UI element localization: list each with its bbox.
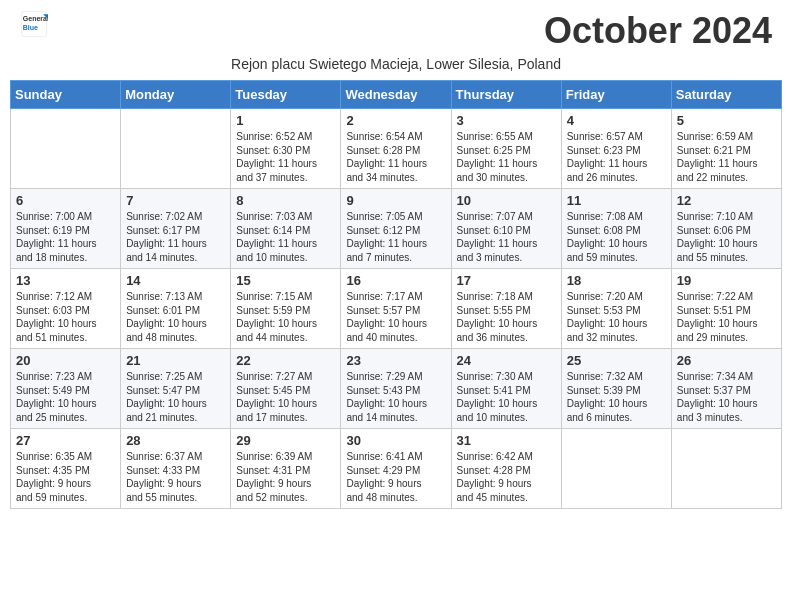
day-info: Sunrise: 7:13 AM Sunset: 6:01 PM Dayligh… (126, 290, 225, 344)
calendar-cell: 16Sunrise: 7:17 AM Sunset: 5:57 PM Dayli… (341, 269, 451, 349)
svg-text:General: General (23, 15, 48, 22)
day-number: 7 (126, 193, 225, 208)
day-info: Sunrise: 6:57 AM Sunset: 6:23 PM Dayligh… (567, 130, 666, 184)
week-row-4: 20Sunrise: 7:23 AM Sunset: 5:49 PM Dayli… (11, 349, 782, 429)
weekday-header-row: SundayMondayTuesdayWednesdayThursdayFrid… (11, 81, 782, 109)
day-number: 26 (677, 353, 776, 368)
header-right: October 2024 (544, 10, 772, 52)
calendar-cell: 21Sunrise: 7:25 AM Sunset: 5:47 PM Dayli… (121, 349, 231, 429)
day-number: 24 (457, 353, 556, 368)
day-info: Sunrise: 6:55 AM Sunset: 6:25 PM Dayligh… (457, 130, 556, 184)
day-number: 23 (346, 353, 445, 368)
calendar-cell: 26Sunrise: 7:34 AM Sunset: 5:37 PM Dayli… (671, 349, 781, 429)
calendar-cell (11, 109, 121, 189)
calendar-cell: 1Sunrise: 6:52 AM Sunset: 6:30 PM Daylig… (231, 109, 341, 189)
day-number: 28 (126, 433, 225, 448)
day-info: Sunrise: 7:00 AM Sunset: 6:19 PM Dayligh… (16, 210, 115, 264)
day-number: 25 (567, 353, 666, 368)
day-info: Sunrise: 6:39 AM Sunset: 4:31 PM Dayligh… (236, 450, 335, 504)
calendar-cell: 2Sunrise: 6:54 AM Sunset: 6:28 PM Daylig… (341, 109, 451, 189)
day-number: 19 (677, 273, 776, 288)
week-row-2: 6Sunrise: 7:00 AM Sunset: 6:19 PM Daylig… (11, 189, 782, 269)
week-row-5: 27Sunrise: 6:35 AM Sunset: 4:35 PM Dayli… (11, 429, 782, 509)
day-info: Sunrise: 7:07 AM Sunset: 6:10 PM Dayligh… (457, 210, 556, 264)
day-info: Sunrise: 6:54 AM Sunset: 6:28 PM Dayligh… (346, 130, 445, 184)
weekday-header-wednesday: Wednesday (341, 81, 451, 109)
day-number: 29 (236, 433, 335, 448)
calendar-cell: 13Sunrise: 7:12 AM Sunset: 6:03 PM Dayli… (11, 269, 121, 349)
day-info: Sunrise: 7:22 AM Sunset: 5:51 PM Dayligh… (677, 290, 776, 344)
day-number: 15 (236, 273, 335, 288)
day-number: 5 (677, 113, 776, 128)
calendar-cell: 10Sunrise: 7:07 AM Sunset: 6:10 PM Dayli… (451, 189, 561, 269)
day-info: Sunrise: 7:23 AM Sunset: 5:49 PM Dayligh… (16, 370, 115, 424)
day-info: Sunrise: 7:10 AM Sunset: 6:06 PM Dayligh… (677, 210, 776, 264)
calendar-cell: 17Sunrise: 7:18 AM Sunset: 5:55 PM Dayli… (451, 269, 561, 349)
day-number: 10 (457, 193, 556, 208)
day-info: Sunrise: 6:42 AM Sunset: 4:28 PM Dayligh… (457, 450, 556, 504)
calendar-cell: 3Sunrise: 6:55 AM Sunset: 6:25 PM Daylig… (451, 109, 561, 189)
day-info: Sunrise: 7:02 AM Sunset: 6:17 PM Dayligh… (126, 210, 225, 264)
month-title: October 2024 (544, 10, 772, 52)
day-number: 30 (346, 433, 445, 448)
day-number: 20 (16, 353, 115, 368)
subtitle: Rejon placu Swietego Macieja, Lower Sile… (0, 56, 792, 80)
calendar-cell: 19Sunrise: 7:22 AM Sunset: 5:51 PM Dayli… (671, 269, 781, 349)
calendar-container: SundayMondayTuesdayWednesdayThursdayFrid… (0, 80, 792, 519)
day-number: 31 (457, 433, 556, 448)
day-info: Sunrise: 7:29 AM Sunset: 5:43 PM Dayligh… (346, 370, 445, 424)
day-number: 22 (236, 353, 335, 368)
day-number: 13 (16, 273, 115, 288)
day-number: 6 (16, 193, 115, 208)
calendar-cell (671, 429, 781, 509)
day-info: Sunrise: 7:30 AM Sunset: 5:41 PM Dayligh… (457, 370, 556, 424)
day-number: 9 (346, 193, 445, 208)
calendar-cell (561, 429, 671, 509)
weekday-header-friday: Friday (561, 81, 671, 109)
day-info: Sunrise: 7:05 AM Sunset: 6:12 PM Dayligh… (346, 210, 445, 264)
calendar-cell: 5Sunrise: 6:59 AM Sunset: 6:21 PM Daylig… (671, 109, 781, 189)
weekday-header-sunday: Sunday (11, 81, 121, 109)
week-row-1: 1Sunrise: 6:52 AM Sunset: 6:30 PM Daylig… (11, 109, 782, 189)
weekday-header-monday: Monday (121, 81, 231, 109)
week-row-3: 13Sunrise: 7:12 AM Sunset: 6:03 PM Dayli… (11, 269, 782, 349)
day-number: 27 (16, 433, 115, 448)
weekday-header-thursday: Thursday (451, 81, 561, 109)
calendar-cell: 22Sunrise: 7:27 AM Sunset: 5:45 PM Dayli… (231, 349, 341, 429)
logo-icon: General Blue (20, 10, 48, 38)
calendar-cell (121, 109, 231, 189)
calendar-cell: 23Sunrise: 7:29 AM Sunset: 5:43 PM Dayli… (341, 349, 451, 429)
calendar-cell: 24Sunrise: 7:30 AM Sunset: 5:41 PM Dayli… (451, 349, 561, 429)
calendar-cell: 4Sunrise: 6:57 AM Sunset: 6:23 PM Daylig… (561, 109, 671, 189)
day-number: 16 (346, 273, 445, 288)
day-info: Sunrise: 7:32 AM Sunset: 5:39 PM Dayligh… (567, 370, 666, 424)
calendar-cell: 11Sunrise: 7:08 AM Sunset: 6:08 PM Dayli… (561, 189, 671, 269)
day-info: Sunrise: 7:27 AM Sunset: 5:45 PM Dayligh… (236, 370, 335, 424)
calendar-cell: 25Sunrise: 7:32 AM Sunset: 5:39 PM Dayli… (561, 349, 671, 429)
calendar-cell: 20Sunrise: 7:23 AM Sunset: 5:49 PM Dayli… (11, 349, 121, 429)
day-info: Sunrise: 7:25 AM Sunset: 5:47 PM Dayligh… (126, 370, 225, 424)
day-info: Sunrise: 7:15 AM Sunset: 5:59 PM Dayligh… (236, 290, 335, 344)
day-info: Sunrise: 6:52 AM Sunset: 6:30 PM Dayligh… (236, 130, 335, 184)
calendar-cell: 12Sunrise: 7:10 AM Sunset: 6:06 PM Dayli… (671, 189, 781, 269)
calendar-cell: 28Sunrise: 6:37 AM Sunset: 4:33 PM Dayli… (121, 429, 231, 509)
day-number: 21 (126, 353, 225, 368)
day-number: 12 (677, 193, 776, 208)
calendar-cell: 15Sunrise: 7:15 AM Sunset: 5:59 PM Dayli… (231, 269, 341, 349)
calendar-cell: 6Sunrise: 7:00 AM Sunset: 6:19 PM Daylig… (11, 189, 121, 269)
calendar-cell: 30Sunrise: 6:41 AM Sunset: 4:29 PM Dayli… (341, 429, 451, 509)
day-number: 4 (567, 113, 666, 128)
day-number: 17 (457, 273, 556, 288)
logo: General Blue (20, 10, 48, 38)
calendar-cell: 9Sunrise: 7:05 AM Sunset: 6:12 PM Daylig… (341, 189, 451, 269)
calendar-cell: 27Sunrise: 6:35 AM Sunset: 4:35 PM Dayli… (11, 429, 121, 509)
calendar-table: SundayMondayTuesdayWednesdayThursdayFrid… (10, 80, 782, 509)
calendar-cell: 18Sunrise: 7:20 AM Sunset: 5:53 PM Dayli… (561, 269, 671, 349)
day-number: 8 (236, 193, 335, 208)
day-info: Sunrise: 7:20 AM Sunset: 5:53 PM Dayligh… (567, 290, 666, 344)
day-number: 2 (346, 113, 445, 128)
calendar-cell: 14Sunrise: 7:13 AM Sunset: 6:01 PM Dayli… (121, 269, 231, 349)
calendar-cell: 7Sunrise: 7:02 AM Sunset: 6:17 PM Daylig… (121, 189, 231, 269)
day-number: 11 (567, 193, 666, 208)
day-info: Sunrise: 6:41 AM Sunset: 4:29 PM Dayligh… (346, 450, 445, 504)
